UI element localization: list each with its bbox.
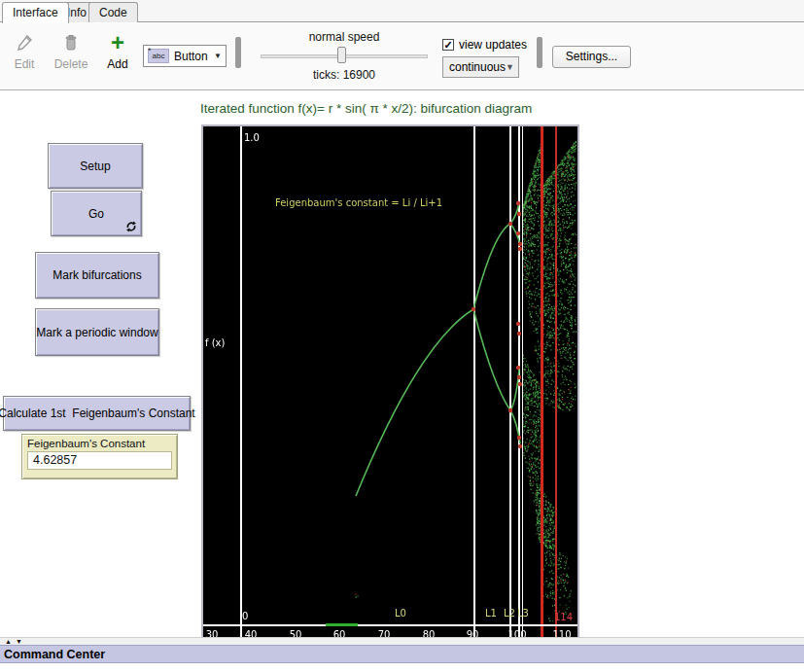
pencil-icon bbox=[2, 33, 47, 54]
calculate-feigenbaum-label: Calculate 1st Feigenbaum's Constant bbox=[0, 407, 195, 420]
speed-slider-label: normal speed bbox=[261, 30, 428, 44]
bifurcation-dot-6 bbox=[518, 242, 522, 246]
bifurcation-plot: 1.00f (x)L0L1L2L3114Feigenbaum's constan… bbox=[201, 124, 579, 642]
bifurcation-dot-12 bbox=[518, 444, 522, 448]
right-edge-label: 114 bbox=[554, 612, 573, 622]
view-updates-control: ✓ view updates bbox=[442, 38, 527, 52]
bifurcation-curve-4 bbox=[473, 309, 510, 410]
button-widget-icon: *abc bbox=[148, 49, 169, 63]
plot-overlay: 1.00f (x)L0L1L2L3114Feigenbaum's constan… bbox=[203, 126, 577, 640]
bifurcation-dot-13 bbox=[516, 322, 520, 326]
mark-bifurcations-button[interactable]: Mark bifurcations bbox=[35, 252, 159, 299]
monitor-value: 4.62857 bbox=[27, 451, 172, 470]
plot-vline-4 bbox=[522, 126, 523, 640]
plot-annotation: Feigenbaum's constant = Li / Li+1 bbox=[275, 197, 442, 208]
bifurcation-curve-0 bbox=[356, 309, 473, 496]
bifurcation-dot-14 bbox=[517, 332, 521, 336]
edit-label: Edit bbox=[2, 57, 47, 71]
toolbar: Edit Delete + Add *abc Button ▼ normal s… bbox=[0, 23, 804, 90]
tab-bar: Interface Info Code bbox=[0, 0, 804, 22]
calculate-feigenbaum-button[interactable]: Calculate 1st Feigenbaum's Constant bbox=[3, 396, 191, 431]
bifurcation-dot-5 bbox=[516, 231, 520, 235]
plot-vline-1 bbox=[473, 126, 475, 640]
y-min-label: 0 bbox=[242, 611, 248, 621]
bifurcation-dot-4 bbox=[517, 212, 521, 216]
bifurcation-dot-1 bbox=[508, 222, 512, 226]
command-center-body[interactable] bbox=[0, 663, 804, 672]
settings-button[interactable]: Settings... bbox=[552, 46, 631, 68]
bifurcation-dot-2 bbox=[508, 408, 512, 412]
plot-vline-6 bbox=[555, 126, 557, 640]
region-label-l3: L3 bbox=[517, 608, 529, 619]
view-updates-checkbox[interactable]: ✓ bbox=[442, 39, 454, 51]
toolbar-divider-2 bbox=[537, 37, 542, 68]
bifurcation-dot-7 bbox=[518, 247, 522, 251]
tab-interface[interactable]: Interface bbox=[2, 2, 69, 23]
y-axis-label: f (x) bbox=[205, 337, 226, 348]
add-button[interactable]: + Add bbox=[95, 33, 140, 71]
monitor-label: Feigenbaum's Constant bbox=[27, 438, 172, 449]
plus-icon: + bbox=[95, 33, 140, 54]
netlogo-window: Interface Info Code Edit Delete + Add *a… bbox=[0, 0, 804, 672]
update-mode-dropdown[interactable]: continuous ▼ bbox=[442, 56, 519, 78]
mark-periodic-window-button[interactable]: Mark a periodic window bbox=[35, 308, 159, 356]
update-mode-value: continuous bbox=[449, 60, 506, 74]
edit-button[interactable]: Edit bbox=[2, 33, 47, 71]
plot-vline-2 bbox=[509, 126, 511, 640]
delete-button[interactable]: Delete bbox=[49, 33, 93, 71]
bifurcation-dot-9 bbox=[517, 375, 521, 379]
tab-code[interactable]: Code bbox=[88, 2, 138, 22]
setup-button[interactable]: Setup bbox=[48, 143, 143, 189]
go-button-label: Go bbox=[88, 207, 104, 221]
bifurcation-curve-1 bbox=[473, 224, 510, 309]
widget-type-value: Button bbox=[174, 50, 208, 63]
periodic-window-mark bbox=[326, 623, 358, 626]
widget-type-dropdown[interactable]: *abc Button ▼ bbox=[143, 45, 227, 67]
speed-slider-handle[interactable] bbox=[337, 47, 346, 63]
delete-label: Delete bbox=[49, 57, 93, 71]
setup-button-label: Setup bbox=[80, 159, 110, 173]
add-label: Add bbox=[95, 57, 140, 71]
bifurcation-dot-0 bbox=[472, 307, 475, 311]
plot-x-axis bbox=[203, 624, 577, 626]
bifurcation-dot-3 bbox=[516, 201, 520, 205]
dropdown-arrow-icon: ▼ bbox=[214, 52, 222, 60]
region-label-l0: L0 bbox=[395, 608, 406, 619]
region-label-l2: L2 bbox=[504, 608, 515, 619]
plot-vline-0 bbox=[240, 126, 242, 640]
y-max-label: 1.0 bbox=[244, 132, 260, 143]
forever-icon bbox=[125, 221, 137, 232]
region-label-l1: L1 bbox=[485, 608, 497, 619]
bifurcation-dot-10 bbox=[518, 382, 522, 386]
chevron-down-icon: ▼ bbox=[506, 62, 514, 72]
plot-vline-5 bbox=[541, 126, 543, 640]
mark-bifurcations-label: Mark bifurcations bbox=[52, 268, 141, 282]
go-button[interactable]: Go bbox=[51, 191, 142, 236]
plot-title: Iterated function f(x)= r * sin( π * x/2… bbox=[200, 101, 532, 116]
bifurcation-dot-8 bbox=[516, 366, 520, 370]
view-updates-label: view updates bbox=[459, 38, 527, 52]
ticks-counter: ticks: 16900 bbox=[261, 68, 428, 82]
mark-periodic-window-label: Mark a periodic window bbox=[36, 326, 157, 339]
toolbar-divider bbox=[235, 37, 241, 68]
trash-icon bbox=[49, 33, 93, 54]
feigenbaum-monitor: Feigenbaum's Constant 4.62857 bbox=[21, 434, 178, 479]
command-center-splitter[interactable]: ▲ ▼ bbox=[0, 637, 804, 645]
command-center-header: Command Center bbox=[0, 645, 804, 663]
bifurcation-dot-11 bbox=[517, 436, 521, 440]
